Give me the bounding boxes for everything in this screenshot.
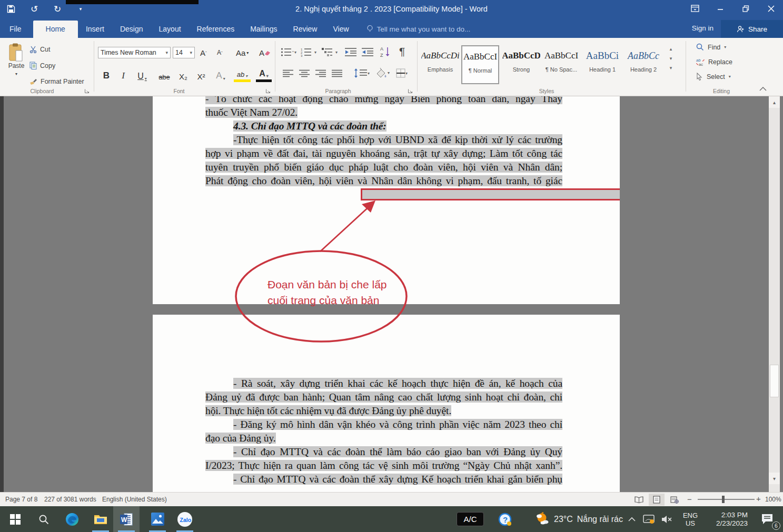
zoom-slider-thumb[interactable] [722, 496, 725, 503]
font-size-combo[interactable]: 14▾ [173, 47, 195, 58]
select-button[interactable]: Select▾ [696, 73, 731, 81]
clipboard-dialog-launcher[interactable] [84, 88, 90, 94]
copy-button[interactable]: Copy [29, 62, 55, 69]
styles-gallery-expand-icon[interactable]: ▾ [670, 65, 672, 71]
tab-mailings[interactable]: Mailings [242, 21, 285, 38]
cut-button[interactable]: Cut [29, 46, 50, 53]
edge-browser-icon[interactable] [59, 506, 85, 532]
zoom-slider[interactable] [698, 499, 755, 500]
superscript-button[interactable]: X² [195, 68, 207, 82]
style-no-spacing[interactable]: AaBbCcI ¶ No Spac... [542, 45, 580, 84]
tray-expand-icon[interactable] [625, 506, 639, 532]
weather-status[interactable]: 23°C Nắng rải rác [554, 506, 628, 532]
clock-tray[interactable]: 2:03 PM 2/23/2023 [705, 506, 750, 532]
find-button[interactable]: Find▾ [696, 43, 726, 51]
font-color-button[interactable]: A▾ [256, 68, 272, 82]
style-heading-1[interactable]: AaBbCi Heading 1 [583, 45, 621, 84]
web-layout-button[interactable] [667, 494, 682, 506]
tab-references[interactable]: References [189, 21, 243, 38]
document-page-2[interactable]: - Rà soát, xây dựng triển khai các kế ho… [153, 315, 620, 492]
start-button[interactable] [2, 506, 28, 532]
styles-scroll-down-icon[interactable]: ▾ [670, 56, 672, 61]
justify-button[interactable] [332, 69, 342, 78]
word-count[interactable]: 227 of 3081 words [44, 496, 96, 503]
align-center-button[interactable] [299, 69, 310, 78]
paste-button[interactable]: Paste▾ [4, 43, 28, 81]
italic-button[interactable]: I [119, 68, 127, 82]
increase-indent-button[interactable] [362, 47, 373, 57]
clear-formatting-button[interactable]: A [259, 46, 271, 59]
tab-layout[interactable]: Layout [151, 21, 189, 38]
line-spacing-button[interactable]: ▾ [354, 68, 370, 78]
tab-view[interactable]: View [325, 21, 356, 38]
change-case-button[interactable]: Aa▾ [236, 46, 249, 59]
zoom-in-icon[interactable]: + [756, 494, 761, 503]
unikey-indicator[interactable]: A/C [452, 506, 489, 532]
styles-scroll-up-icon[interactable]: ▴ [670, 46, 672, 52]
file-explorer-icon[interactable] [87, 506, 114, 532]
numbered-list-button[interactable]: 123▾ [301, 47, 316, 57]
close-icon[interactable] [762, 1, 780, 16]
strikethrough-button[interactable]: abe [157, 68, 172, 82]
borders-button[interactable]: ▾ [396, 68, 408, 78]
tab-file[interactable]: File [0, 21, 33, 38]
volume-muted-icon[interactable] [658, 506, 675, 532]
ribbon-display-options-icon[interactable] [686, 1, 704, 16]
restore-icon[interactable] [737, 1, 755, 16]
tab-review[interactable]: Review [285, 21, 325, 38]
tab-insert[interactable]: Insert [78, 21, 112, 38]
decrease-indent-button[interactable] [345, 47, 356, 57]
weather-icon[interactable] [531, 506, 554, 532]
style-emphasis[interactable]: AaBbCcDi Emphasis [421, 45, 459, 84]
show-paragraph-marks-button[interactable]: ¶ [399, 45, 405, 58]
style-strong[interactable]: AaBbCcD Strong [502, 45, 540, 84]
text-effects-button[interactable]: A▾ [214, 68, 227, 82]
text-highlight-button[interactable]: ab▾ [234, 68, 251, 82]
vertical-scrollbar[interactable]: ▴ ▾ [769, 96, 780, 492]
paragraph-dialog-launcher[interactable] [408, 88, 413, 94]
action-center-icon[interactable]: 6 [754, 506, 781, 532]
page-indicator[interactable]: Page 7 of 8 [5, 496, 37, 503]
word-app-icon[interactable]: W [113, 506, 140, 532]
photos-app-icon[interactable] [144, 506, 171, 532]
tab-design[interactable]: Design [112, 21, 151, 38]
font-dialog-launcher[interactable] [265, 88, 271, 94]
shading-button[interactable]: ▾ [375, 67, 390, 78]
collapse-ribbon-icon[interactable] [759, 86, 767, 92]
style-normal[interactable]: AaBbCcI ¶ Normal [461, 45, 499, 84]
zoom-out-icon[interactable]: − [687, 495, 692, 504]
font-name-combo[interactable]: Times New Roman▾ [98, 47, 171, 58]
replace-button[interactable]: abac Replace [696, 58, 732, 66]
doc-line: Đảng uỷ đã được ban hành; Quan tâm nâng … [205, 390, 562, 404]
align-left-button[interactable] [283, 69, 293, 78]
multilevel-list-button[interactable]: ▾ [322, 47, 338, 57]
zoom-level[interactable]: 100% [765, 496, 781, 503]
print-layout-button[interactable] [649, 494, 665, 506]
sort-button[interactable]: AZ [380, 46, 391, 57]
bullet-list-button[interactable]: ▾ [281, 47, 296, 57]
zalo-app-icon[interactable]: Zalo [172, 506, 198, 532]
taskbar-search-button[interactable] [31, 506, 57, 532]
help-tray-icon[interactable]: ? [494, 506, 516, 532]
format-painter-button[interactable]: Format Painter [29, 78, 84, 85]
language-tray-indicator[interactable]: ENG US [678, 506, 702, 532]
style-heading-2[interactable]: AaBbCc Heading 2 [625, 45, 662, 84]
bold-button[interactable]: B [101, 68, 112, 82]
sign-in-link[interactable]: Sign in [692, 24, 713, 32]
scroll-down-icon[interactable]: ▾ [769, 473, 780, 484]
shrink-font-button[interactable]: Aˇ [217, 46, 223, 59]
screen-cast-tray-icon[interactable] [640, 506, 657, 532]
language-indicator[interactable]: English (United States) [102, 496, 167, 503]
tab-home[interactable]: Home [33, 21, 78, 38]
grow-font-button[interactable]: Aˆ [200, 46, 207, 59]
underline-button[interactable]: U▾ [135, 68, 150, 82]
align-right-button[interactable] [315, 69, 326, 78]
read-mode-button[interactable] [631, 494, 647, 506]
tell-me-box[interactable]: Tell me what you want to do... [357, 21, 477, 38]
subscript-button[interactable]: X₂ [177, 68, 190, 82]
scroll-up-icon[interactable]: ▴ [769, 96, 780, 108]
document-page-1[interactable]: - Tổ chức các hoạt động chào mừng ngày B… [153, 96, 620, 304]
scrollbar-thumb[interactable] [770, 365, 779, 397]
share-button[interactable]: Share [721, 20, 783, 38]
minimize-icon[interactable] [711, 1, 729, 16]
